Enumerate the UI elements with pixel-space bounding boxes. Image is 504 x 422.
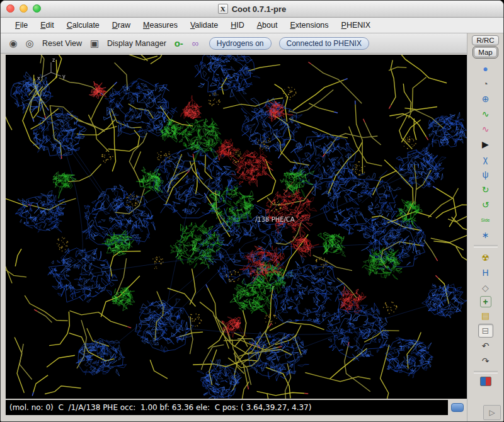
zoom-button[interactable] [33, 4, 41, 13]
chi-angles-icon[interactable]: χ [478, 152, 493, 166]
fit-icon[interactable]: ∗ [478, 228, 493, 242]
right-panel: R/RC Map ●◔⊕∿∿▶χψ↻↺Side∗☢H◇+▤⊟↶↷ ▷ [467, 33, 503, 422]
menu-item-validate[interactable]: Validate [185, 19, 224, 31]
status-scrollbar-thumb[interactable] [451, 403, 464, 412]
torsion-icon[interactable]: ψ [478, 168, 493, 181]
toolbar: ◉ ◎ Reset View ▣ Display Manager o- ∞ Hy… [1, 33, 467, 54]
menu-bar: File Edit Calculate Draw Measures Valida… [1, 18, 503, 33]
status-row: (mol. no: 0) C /1/A/138 PHE occ: 1.00 bf… [6, 400, 467, 415]
menu-item-hid[interactable]: HID [225, 19, 250, 31]
title-bar[interactable]: X Coot 0.7.1-pre [1, 1, 503, 18]
menu-item-about[interactable]: About [251, 19, 284, 31]
close-button[interactable] [6, 4, 14, 13]
translate-icon[interactable]: ⊕ [478, 92, 493, 106]
viewport-canvas[interactable] [6, 55, 467, 399]
expand-console-button[interactable]: ▷ [483, 405, 501, 420]
right-icon-column: ●◔⊕∿∿▶χψ↻↺Side∗☢H◇+▤⊟↶↷ [467, 62, 503, 386]
status-bar: (mol. no: 0) C /1/A/138 PHE occ: 1.00 bf… [6, 400, 448, 415]
menu-item-file[interactable]: File [9, 19, 33, 31]
reset-view-button[interactable]: Reset View [40, 38, 84, 49]
x11-icon: X [218, 4, 228, 14]
cylinder-icon[interactable]: ⊟ [478, 324, 493, 338]
separator [474, 371, 498, 374]
menu-item-draw[interactable]: Draw [106, 19, 136, 31]
status-text: (mol. no: 0) C /1/A/138 PHE occ: 1.00 bf… [9, 403, 311, 412]
rrc-button[interactable]: R/RC [472, 35, 498, 45]
play-icon[interactable]: ▶ [478, 137, 493, 151]
display-manager-icon[interactable]: ▣ [88, 38, 101, 49]
menu-item-extensions[interactable]: Extensions [284, 19, 334, 31]
phenix-connection-button[interactable]: Connected to PHENIX [279, 37, 369, 50]
redo-icon[interactable]: ↷ [478, 354, 493, 368]
menu-item-edit[interactable]: Edit [35, 19, 60, 31]
app-window: X Coot 0.7.1-pre File Edit Calculate Dra… [0, 0, 504, 422]
map-button[interactable]: Map [474, 47, 496, 57]
hydrogens-toggle-button[interactable]: Hydrogens on [209, 37, 272, 50]
side-chain-icon[interactable]: Side [478, 213, 493, 227]
add-residue-icon[interactable]: + [480, 296, 491, 307]
refine-spring-icon[interactable]: ∿ [478, 107, 493, 121]
viewport: /138 PHE/CA [6, 55, 467, 399]
radiation-icon[interactable]: ☢ [478, 251, 493, 265]
add-hydrogens-icon[interactable]: H [478, 266, 493, 280]
triangle-right-icon: ▷ [489, 408, 495, 417]
spin-icon[interactable]: ↺ [478, 198, 493, 212]
builder-icon[interactable]: ▤ [478, 309, 493, 322]
recentre-icon[interactable]: ◉ [7, 38, 20, 49]
key-icon[interactable]: o- [173, 38, 185, 48]
bond-icon[interactable]: ∞ [189, 38, 202, 48]
menu-item-calculate[interactable]: Calculate [61, 19, 105, 31]
display-manager-button[interactable]: Display Manager [105, 38, 169, 49]
clock-icon[interactable]: ◔ [478, 77, 493, 91]
regularize-spring-icon[interactable]: ∿ [478, 122, 493, 136]
target-icon[interactable]: ◎ [23, 38, 36, 49]
menu-item-measures[interactable]: Measures [137, 19, 183, 31]
sphere-icon[interactable]: ● [478, 62, 493, 76]
menu-item-phenix[interactable]: PHENIX [336, 19, 377, 31]
molecule-icon[interactable]: ◇ [478, 281, 493, 295]
separator [474, 245, 498, 248]
minimize-button[interactable] [20, 4, 28, 13]
status-scrollbar-trough [448, 400, 467, 415]
scheme-icon[interactable] [480, 377, 491, 386]
main-area: ◉ ◎ Reset View ▣ Display Manager o- ∞ Hy… [1, 33, 467, 422]
window-title-text: Coot 0.7.1-pre [232, 4, 287, 14]
window-title: X Coot 0.7.1-pre [218, 4, 287, 14]
rotamer-icon[interactable]: ↻ [478, 183, 493, 197]
undo-icon[interactable]: ↶ [478, 339, 493, 353]
